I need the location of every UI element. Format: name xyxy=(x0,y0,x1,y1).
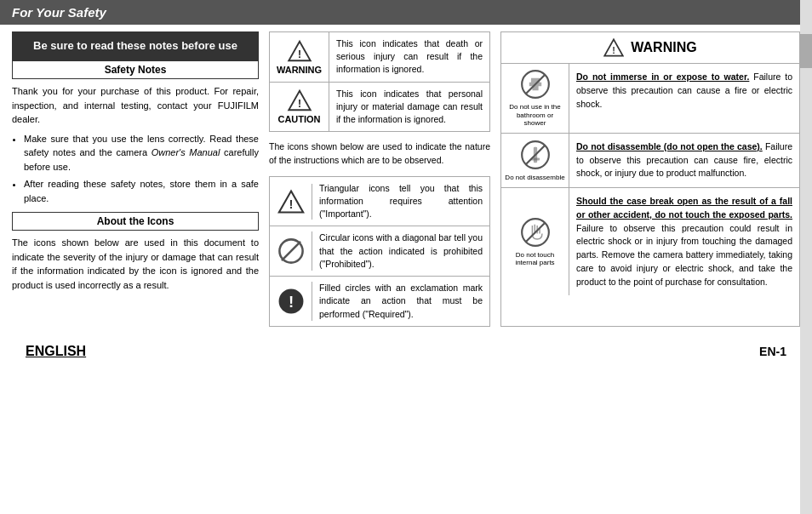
right-text-water: Do not immerse in or expose to water. Fa… xyxy=(569,64,799,133)
middle-column: ! WARNING This icon indicates that death… xyxy=(269,31,490,327)
no-touch-label: Do not touch internal parts xyxy=(505,251,565,267)
bullet-item-2: After reading these safety notes, store … xyxy=(24,177,259,205)
safety-notes-label: Safety Notes xyxy=(12,60,259,79)
right-column: ! WARNING Do not use in the bathroom or … xyxy=(500,31,800,327)
svg-rect-16 xyxy=(533,146,536,163)
no-water-label: Do not use in the bathroom or shower xyxy=(505,103,565,128)
about-icons-label: About the Icons xyxy=(12,212,259,231)
required-icon: ! xyxy=(277,287,306,316)
mid-description: The icons shown below are used to indica… xyxy=(269,140,490,168)
circle-bar-row-text: Circular icons with a diagonal bar tell … xyxy=(312,226,489,276)
no-disassemble-label: Do not disassemble xyxy=(505,174,564,182)
right-warning-header: ! WARNING xyxy=(501,32,799,64)
no-disassemble-icon-cell: Do not disassemble xyxy=(501,134,569,187)
svg-text:!: ! xyxy=(289,197,293,211)
svg-line-7 xyxy=(281,242,300,260)
right-text-disassemble-bold: Do not disassemble (do not open the case… xyxy=(576,141,763,151)
no-touch-icon xyxy=(520,217,551,248)
right-text-touch-normal: Failure to observe this precaution could… xyxy=(576,223,792,287)
safety-header-text: Be sure to read these notes before use xyxy=(33,39,237,52)
icons-table: ! Triangular icons tell you that this in… xyxy=(269,176,490,327)
right-section-touch: Do not touch internal parts Should the c… xyxy=(501,188,799,295)
caution-icon-cell: ! CAUTION xyxy=(270,83,329,132)
caution-row: ! CAUTION This icon indicates that perso… xyxy=(269,83,490,133)
filled-circle-row-text: Filled circles with an exclamation mark … xyxy=(312,277,489,326)
safety-header-box: Be sure to read these notes before use xyxy=(12,31,259,60)
warning-text: This icon indicates that death or seriou… xyxy=(329,32,489,82)
bullet-list: Make sure that you use the lens correctl… xyxy=(12,132,259,206)
left-column: Be sure to read these notes before use S… xyxy=(12,31,259,327)
right-warning-label: WARNING xyxy=(631,40,696,55)
right-text-disassemble: Do not disassemble (do not open the case… xyxy=(569,134,799,187)
warning-triangle-icon: ! xyxy=(287,39,312,63)
triangle-img: ! xyxy=(270,184,312,220)
footer: ENGLISH EN-1 xyxy=(0,335,812,364)
svg-text:!: ! xyxy=(297,47,301,60)
page-header: For Your Safety xyxy=(0,0,812,25)
icon-row-circle-bar: Circular icons with a diagonal bar tell … xyxy=(270,226,489,277)
svg-text:!: ! xyxy=(288,293,293,311)
right-warning-triangle-icon: ! xyxy=(603,37,624,58)
about-icons-text: The icons shown below are used in this d… xyxy=(12,236,259,292)
no-disassemble-icon xyxy=(520,140,551,170)
circle-bar-img xyxy=(270,231,312,271)
warning-row: ! WARNING This icon indicates that death… xyxy=(269,31,490,83)
filled-circle-img: ! xyxy=(270,282,312,321)
icon-row-filled-circle: ! Filled circles with an exclamation mar… xyxy=(270,277,489,326)
no-touch-icon-cell: Do not touch internal parts xyxy=(501,188,569,295)
caution-label: CAUTION xyxy=(277,114,320,124)
triangle-row-text: Triangular icons tell you that this info… xyxy=(312,177,489,226)
warning-label: WARNING xyxy=(277,65,322,75)
warning-icon-cell: ! WARNING xyxy=(270,32,329,82)
footer-page: EN-1 xyxy=(759,345,786,358)
header-title: For Your Safety xyxy=(12,5,106,20)
footer-english: ENGLISH xyxy=(26,344,86,359)
caution-triangle-icon: ! xyxy=(287,89,312,112)
right-text-water-bold: Do not immerse in or expose to water. xyxy=(576,71,749,82)
intro-paragraph: Thank you for your purchase of this prod… xyxy=(12,84,259,127)
icon-row-triangle: ! Triangular icons tell you that this in… xyxy=(270,177,489,227)
no-water-icon xyxy=(520,69,551,100)
no-water-icon-cell: Do not use in the bathroom or shower xyxy=(501,64,569,133)
right-text-touch-bold: Should the case break open as the result… xyxy=(576,196,792,220)
svg-rect-17 xyxy=(530,157,539,160)
scrollbar-thumb[interactable] xyxy=(800,34,812,68)
bullet-item-1: Make sure that you use the lens correctl… xyxy=(24,132,259,174)
svg-text:!: ! xyxy=(297,97,301,110)
scrollbar[interactable] xyxy=(800,0,812,514)
important-triangle-icon: ! xyxy=(277,189,306,214)
caution-text: This icon indicates that personal injury… xyxy=(329,83,489,132)
right-text-touch: Should the case break open as the result… xyxy=(569,188,799,295)
main-content: Be sure to read these notes before use S… xyxy=(0,31,812,327)
svg-text:!: ! xyxy=(613,45,616,55)
prohibited-icon xyxy=(277,237,306,266)
right-section-water: Do not use in the bathroom or shower Do … xyxy=(501,64,799,134)
right-section-disassemble: Do not disassemble Do not disassemble (d… xyxy=(501,134,799,188)
